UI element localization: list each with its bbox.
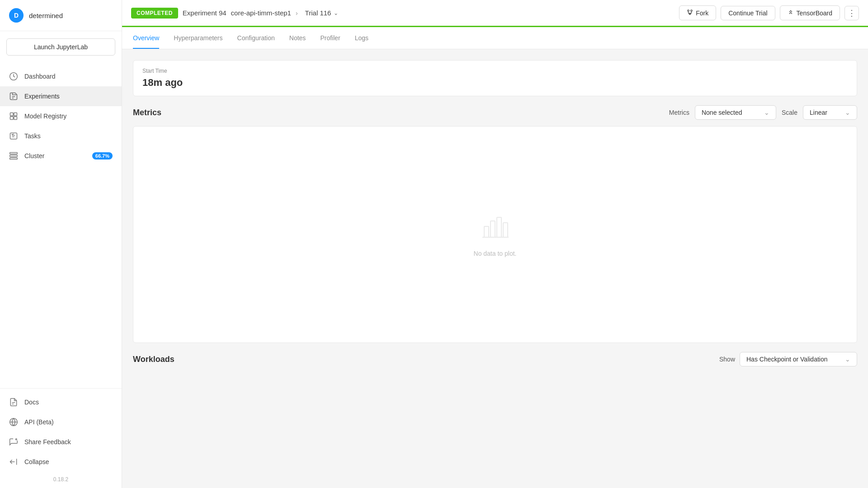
model-registry-icon (9, 112, 18, 121)
scale-dropdown[interactable]: Linear ⌄ (803, 105, 857, 120)
trial-selector[interactable]: Trial 116 ⌄ (302, 7, 341, 19)
metrics-dropdown[interactable]: None selected ⌄ (695, 105, 776, 120)
launch-jupyterlab-button[interactable]: Launch JupyterLab (6, 38, 115, 56)
empty-chart-icon (481, 212, 509, 243)
sidebar-item-tasks[interactable]: Tasks (0, 126, 122, 146)
tensorboard-icon (788, 9, 794, 17)
svg-rect-6 (14, 117, 17, 120)
sidebar-item-share-feedback[interactable]: Share Feedback (0, 432, 122, 452)
svg-rect-11 (10, 155, 18, 156)
experiment-label[interactable]: Experiment 94 (183, 9, 226, 17)
experiments-icon (9, 92, 18, 101)
start-time-value: 18m ago (142, 77, 848, 89)
chevron-down-icon: ⌄ (845, 109, 850, 116)
sidebar-item-collapse[interactable]: Collapse (0, 452, 122, 472)
feedback-icon (9, 437, 18, 446)
page-body: Start Time 18m ago Metrics Metrics None … (122, 49, 868, 384)
sidebar-item-label: Tasks (24, 132, 41, 140)
breadcrumb-arrow-icon: › (296, 9, 298, 17)
sidebar-item-label: Cluster (24, 152, 44, 160)
more-options-button[interactable]: ⋮ (844, 6, 859, 20)
scale-selected-value: Linear (810, 109, 827, 116)
tab-profiler[interactable]: Profiler (320, 27, 340, 49)
sidebar-item-api-beta[interactable]: API (Beta) (0, 412, 122, 432)
sidebar: D determined Launch JupyterLab Dashboard (0, 0, 122, 488)
api-icon (9, 418, 18, 427)
workloads-show-value: Has Checkpoint or Validation (746, 356, 828, 363)
sidebar-item-label: Model Registry (24, 113, 66, 120)
avatar: D (9, 8, 24, 23)
sidebar-item-label: Share Feedback (24, 438, 71, 446)
sidebar-item-experiments[interactable]: Experiments (0, 86, 122, 106)
fork-button[interactable]: Fork (679, 5, 716, 20)
metrics-section: Metrics Metrics None selected ⌄ Scale Li… (133, 105, 857, 343)
metrics-header: Metrics Metrics None selected ⌄ Scale Li… (133, 105, 857, 120)
svg-rect-5 (10, 117, 14, 120)
workloads-section: Workloads Show Has Checkpoint or Validat… (133, 352, 857, 373)
tab-hyperparameters[interactable]: Hyperparameters (174, 27, 222, 49)
sidebar-item-model-registry[interactable]: Model Registry (0, 106, 122, 126)
metrics-controls: Metrics None selected ⌄ Scale Linear ⌄ (669, 105, 857, 120)
sidebar-nav: Dashboard Experiments (0, 63, 122, 388)
chevron-down-icon: ⌄ (334, 10, 338, 16)
main-content: COMPLETED Experiment 94 core-api-timm-st… (122, 0, 868, 488)
svg-rect-3 (10, 113, 14, 116)
metrics-label: Metrics (669, 109, 689, 116)
sidebar-header: D determined (0, 0, 122, 31)
tab-configuration[interactable]: Configuration (237, 27, 275, 49)
brand-name: determined (29, 12, 63, 19)
sidebar-item-label: Collapse (24, 458, 49, 465)
chevron-down-icon: ⌄ (845, 356, 850, 363)
tab-logs[interactable]: Logs (355, 27, 368, 49)
metrics-title: Metrics (133, 108, 161, 117)
start-time-label: Start Time (142, 68, 848, 74)
sidebar-item-docs[interactable]: Docs (0, 392, 122, 412)
sidebar-item-label: Dashboard (24, 73, 56, 80)
fork-icon (687, 9, 693, 17)
experiment-name: core-api-timm-step1 (231, 9, 291, 17)
sidebar-item-cluster[interactable]: Cluster 66.7% (0, 146, 122, 166)
workloads-show-label: Show (719, 356, 735, 363)
workloads-show-dropdown[interactable]: Has Checkpoint or Validation ⌄ (740, 352, 857, 366)
svg-rect-12 (10, 158, 18, 159)
svg-rect-27 (491, 221, 495, 237)
cluster-icon (9, 151, 18, 160)
workloads-header: Workloads Show Has Checkpoint or Validat… (133, 352, 857, 366)
continue-trial-button[interactable]: Continue Trial (721, 6, 775, 20)
scale-label: Scale (782, 109, 797, 116)
tasks-icon (9, 131, 18, 141)
svg-point-23 (688, 10, 689, 12)
cluster-badge: 66.7% (92, 152, 113, 160)
tabs-bar: Overview Hyperparameters Configuration N… (122, 27, 868, 49)
metrics-selected-value: None selected (702, 109, 742, 116)
sidebar-item-label: API (Beta) (24, 418, 54, 426)
chevron-down-icon: ⌄ (764, 109, 769, 116)
sidebar-item-dashboard[interactable]: Dashboard (0, 66, 122, 86)
svg-rect-29 (503, 223, 508, 237)
workloads-controls: Show Has Checkpoint or Validation ⌄ (719, 352, 857, 366)
svg-rect-4 (14, 113, 17, 116)
sidebar-bottom: Docs API (Beta) Share Feedback (0, 388, 122, 488)
metrics-chart-area: No data to plot. (133, 126, 857, 343)
sidebar-item-label: Experiments (24, 93, 60, 100)
collapse-icon (9, 457, 18, 466)
topbar-actions: Fork Continue Trial TensorBoard ⋮ (679, 5, 859, 20)
svg-point-24 (691, 10, 693, 12)
no-data-message: No data to plot. (474, 250, 517, 257)
sidebar-item-label: Docs (24, 399, 39, 406)
svg-rect-28 (497, 217, 501, 237)
trial-label: Trial 116 (305, 9, 331, 17)
docs-icon (9, 398, 18, 407)
svg-rect-10 (10, 153, 18, 154)
tab-notes[interactable]: Notes (289, 27, 306, 49)
workloads-title: Workloads (133, 355, 175, 364)
start-time-card: Start Time 18m ago (133, 60, 857, 96)
content-area: Start Time 18m ago Metrics Metrics None … (122, 49, 868, 488)
version-label: 0.18.2 (0, 472, 122, 484)
svg-rect-26 (484, 226, 489, 237)
tensorboard-button[interactable]: TensorBoard (780, 5, 840, 20)
topbar: COMPLETED Experiment 94 core-api-timm-st… (122, 0, 868, 27)
dashboard-icon (9, 72, 18, 81)
status-badge: COMPLETED (131, 8, 178, 19)
tab-overview[interactable]: Overview (133, 27, 159, 49)
